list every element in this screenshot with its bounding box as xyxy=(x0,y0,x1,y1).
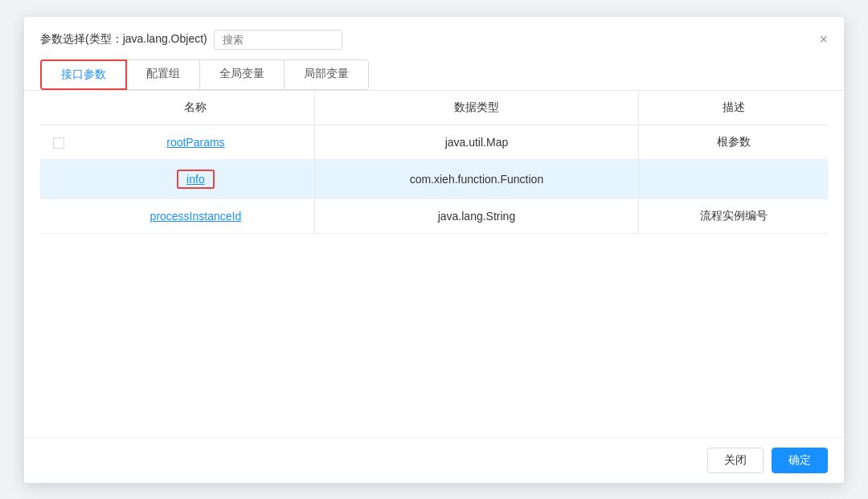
table-container: 名称 数据类型 描述 rootParams xyxy=(24,91,844,437)
info-highlighted-cell: info xyxy=(177,170,215,189)
params-table: 名称 数据类型 描述 rootParams xyxy=(40,91,828,234)
row2-type-cell: com.xieh.function.Function xyxy=(314,159,638,198)
col-header-desc: 描述 xyxy=(639,91,828,125)
dialog-header: 参数选择(类型：java.lang.Object) × xyxy=(24,17,844,50)
row3-name-cell: processInstanceId xyxy=(77,198,314,233)
row1-name-cell: rootParams xyxy=(77,125,314,159)
row2-checkbox-cell xyxy=(40,159,77,198)
row3-type-text: java.lang.String xyxy=(438,210,516,223)
row2-name-cell: info xyxy=(77,159,314,198)
table-row: processInstanceId java.lang.String 流程实例编… xyxy=(40,198,828,233)
confirm-button[interactable]: 确定 xyxy=(772,448,828,473)
row1-desc-text: 根参数 xyxy=(717,135,751,148)
row1-checkbox[interactable] xyxy=(53,137,64,149)
row3-name-link[interactable]: processInstanceId xyxy=(150,210,242,223)
parameter-select-dialog: 参数选择(类型：java.lang.Object) × 接口参数 配置组 全局变… xyxy=(24,17,844,483)
row3-type-cell: java.lang.String xyxy=(314,198,638,233)
col-header-checkbox xyxy=(40,91,77,125)
row1-type-text: java.util.Map xyxy=(445,136,509,149)
row1-desc-cell: 根参数 xyxy=(639,125,828,159)
tab-local-var[interactable]: 局部变量 xyxy=(284,59,369,90)
table-row: info com.xieh.function.Function xyxy=(40,159,828,198)
tab-interface-params[interactable]: 接口参数 xyxy=(40,59,127,90)
table-row: rootParams java.util.Map 根参数 xyxy=(40,125,828,159)
dialog-footer: 关闭 确定 xyxy=(24,437,844,483)
row1-type-cell: java.util.Map xyxy=(314,125,638,159)
row2-desc-cell xyxy=(639,159,828,198)
row2-type-text: com.xieh.function.Function xyxy=(410,173,544,186)
close-icon[interactable]: × xyxy=(819,32,828,47)
col-header-name: 名称 xyxy=(77,91,314,125)
row1-checkbox-cell xyxy=(40,125,77,159)
tabs-bar: 接口参数 配置组 全局变量 局部变量 xyxy=(24,50,844,91)
tab-config-group[interactable]: 配置组 xyxy=(126,59,200,90)
row3-desc-text: 流程实例编号 xyxy=(700,209,768,222)
cancel-button[interactable]: 关闭 xyxy=(707,448,764,473)
row3-desc-cell: 流程实例编号 xyxy=(639,198,828,233)
row3-checkbox-cell xyxy=(40,198,77,233)
row1-name-link[interactable]: rootParams xyxy=(166,136,224,149)
row2-name-link[interactable]: info xyxy=(186,173,205,186)
table-header-row: 名称 数据类型 描述 xyxy=(40,91,828,125)
dialog-title-area: 参数选择(类型：java.lang.Object) xyxy=(40,30,342,50)
tab-global-var[interactable]: 全局变量 xyxy=(199,59,285,90)
col-header-type: 数据类型 xyxy=(314,91,638,125)
dialog-title-text: 参数选择(类型：java.lang.Object) xyxy=(40,32,207,47)
search-input[interactable] xyxy=(214,30,342,50)
